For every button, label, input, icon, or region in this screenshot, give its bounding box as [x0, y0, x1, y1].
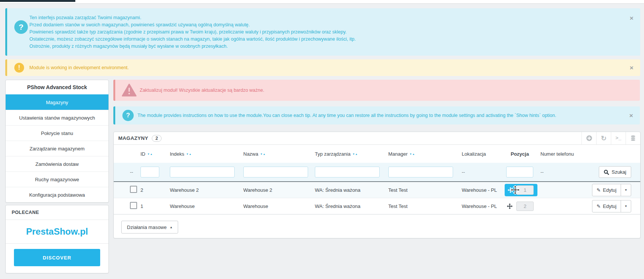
position-input[interactable] — [516, 185, 534, 195]
add-icon[interactable] — [581, 132, 596, 144]
cell-typ: WA: Średnia ważona — [306, 203, 379, 209]
brand-row: PrestaShow.pl — [6, 220, 108, 244]
edit-dropdown-caret[interactable]: ▼ — [621, 184, 631, 196]
top-browser-strip — [0, 0, 644, 4]
edit-button-group: ✎ Edytuj ▼ — [592, 184, 631, 196]
cell-nazwa: Warehouse — [234, 203, 306, 209]
sidebar-title: PShow Advanced Stock — [6, 80, 108, 94]
close-icon[interactable]: × — [630, 15, 633, 21]
sql-console-icon[interactable]: >_ — [611, 132, 626, 144]
position-cell — [505, 202, 537, 211]
filter-empty-mark: -- — [453, 169, 502, 175]
edit-button-group: ✎ Edytuj ▼ — [592, 200, 631, 212]
bulk-actions-button[interactable]: Działania masowe ▲ — [121, 221, 178, 234]
update-alert-text: Zaktualizuj moduł! Wszystkie aktualizacj… — [140, 88, 264, 93]
refresh-icon[interactable]: ↻ — [596, 132, 611, 144]
filter-indeks-input[interactable] — [170, 167, 235, 177]
cell-typ: WA: Średnia ważona — [306, 187, 379, 193]
panel-header: MAGAZYNY 2 ↻ >_ — [114, 132, 640, 145]
move-icon[interactable] — [508, 187, 513, 193]
cell-manager: Test Test — [379, 187, 453, 193]
discover-button[interactable]: DISCOVER — [14, 249, 100, 266]
recommended-panel: POLECANE PrestaShow.pl DISCOVER — [5, 205, 109, 273]
sidebar-item-zarzadzanie-magazynem[interactable]: Zarządzanie magazynem — [6, 141, 108, 156]
hint-line: Ostrożnie, produkty z różnych magazynów … — [29, 43, 356, 50]
edit-button[interactable]: ✎ Edytuj — [592, 184, 621, 196]
sort-carets-icon[interactable]: ▼▲ — [353, 153, 358, 155]
close-icon[interactable]: × — [630, 65, 633, 71]
sort-carets-icon[interactable]: ▼▲ — [260, 153, 266, 155]
sort-carets-icon[interactable]: ▼▲ — [409, 153, 415, 155]
cta-wrap: DISCOVER — [6, 244, 108, 273]
column-header-lokalizacja: Lokalizacja — [453, 151, 502, 157]
column-header-indeks[interactable]: Indeks▼▲ — [161, 151, 234, 157]
hint-line: Ten interfejs pozwala zarządzać Twoimi m… — [29, 14, 356, 21]
table-header-row: ID▼▲ Indeks▼▲ Nazwa▼▲ Typ zarządzania▼▲ … — [114, 145, 640, 163]
column-header-nazwa[interactable]: Nazwa▼▲ — [234, 151, 306, 157]
search-button-label: Szukaj — [612, 169, 626, 175]
pencil-icon: ✎ — [597, 187, 601, 193]
search-button[interactable]: Szukaj — [599, 166, 631, 178]
cell-lokalizacja: Warehouse - PL — [453, 187, 502, 193]
edit-dropdown-caret[interactable]: ▼ — [621, 200, 631, 212]
cell-lokalizacja: Warehouse - PL — [453, 203, 502, 209]
edit-button[interactable]: ✎ Edytuj — [592, 200, 621, 212]
module-hint-alert: ? The module provides instructions on ho… — [113, 106, 640, 124]
column-header-pozycja: Pozycja — [502, 151, 537, 157]
dev-warning-text: Module is working in development environ… — [29, 65, 129, 70]
cell-manager: Test Test — [379, 203, 453, 209]
cell-indeks: Warehouse — [161, 203, 234, 209]
sidebar-item-zamowienia-dostaw[interactable]: Zamówienia dostaw — [6, 156, 108, 171]
column-header-typ[interactable]: Typ zarządzania▼▲ — [306, 151, 379, 157]
warning-triangle-icon — [122, 83, 137, 98]
sidebar-item-ustawienia-stanow[interactable]: Ustawienia stanów magazynowych — [6, 110, 108, 125]
warehouses-panel: MAGAZYNY 2 ↻ >_ ID▼▲ Ind — [113, 132, 641, 238]
cell-id: 1 — [140, 203, 161, 209]
close-icon[interactable]: × — [629, 112, 633, 119]
column-header-manager[interactable]: Manager▼▲ — [379, 151, 453, 157]
move-icon[interactable] — [507, 203, 513, 209]
app-screen: ? Ten interfejs pozwala zarządzać Twoimi… — [0, 0, 644, 279]
column-header-telefon: Numer telefonu — [537, 151, 581, 157]
pencil-icon: ✎ — [597, 203, 601, 209]
position-drag-active[interactable] — [505, 184, 537, 196]
filter-nazwa-input[interactable] — [243, 167, 308, 177]
filter-typ-input[interactable] — [315, 167, 380, 177]
search-icon — [604, 170, 609, 175]
module-sidebar: PShow Advanced Stock Magazyny Ustawienia… — [5, 80, 109, 203]
hint-line: Ostatecznie, możesz zobaczyć szczegółowe… — [29, 36, 356, 43]
panel-toolbar: ↻ >_ — [581, 132, 640, 144]
count-badge: 2 — [152, 135, 162, 142]
hint-alert-top: ? Ten interfejs pozwala zarządzać Twoimi… — [5, 8, 640, 56]
recommended-header: POLECANE — [6, 205, 108, 220]
sidebar-item-ruchy-magazynowe[interactable]: Ruchy magazynowe — [6, 171, 108, 187]
position-input[interactable] — [516, 202, 534, 211]
dev-warning-alert: ! Module is working in development envir… — [5, 59, 640, 76]
question-icon: ? — [122, 110, 134, 121]
sidebar-item-magazyny[interactable]: Magazyny — [6, 94, 108, 110]
filter-pozycja-input[interactable] — [506, 167, 533, 177]
sidebar-item-pokrycie-stanu[interactable]: Pokrycie stanu — [6, 125, 108, 141]
sort-carets-icon[interactable]: ▼▲ — [147, 153, 153, 155]
column-header-id[interactable]: ID▼▲ — [140, 151, 161, 157]
cell-id: 2 — [140, 187, 161, 193]
row-checkbox[interactable] — [130, 186, 137, 193]
table-row: 2 Warehouse 2 Warehouse 2 WA: Średnia wa… — [114, 182, 640, 198]
cell-indeks: Warehouse 2 — [161, 187, 234, 193]
hint-line: Przed dodaniem stanów w swoich magazynac… — [29, 21, 356, 29]
filter-id-input[interactable] — [140, 167, 159, 177]
filter-manager-input[interactable] — [388, 167, 453, 177]
caret-up-icon: ▲ — [170, 226, 173, 229]
prestashow-link[interactable]: PrestaShow.pl — [26, 226, 88, 237]
table-row: 1 Warehouse Warehouse WA: Średnia ważona… — [114, 198, 640, 214]
row-checkbox[interactable] — [130, 202, 137, 209]
panel-footer: Działania masowe ▲ — [114, 214, 640, 234]
export-db-icon[interactable] — [626, 132, 640, 144]
alert-accent — [113, 80, 115, 101]
hint-line: Powinieneś sprawdzić także typ zarządzan… — [29, 29, 356, 36]
sort-carets-icon[interactable]: ▼▲ — [186, 153, 192, 155]
edit-button-label: Edytuj — [603, 203, 617, 209]
filter-empty-mark: -- — [130, 169, 140, 175]
sidebar-item-konfiguracja[interactable]: Konfiguracja podstawowa — [6, 187, 108, 202]
exclamation-icon: ! — [14, 63, 24, 73]
